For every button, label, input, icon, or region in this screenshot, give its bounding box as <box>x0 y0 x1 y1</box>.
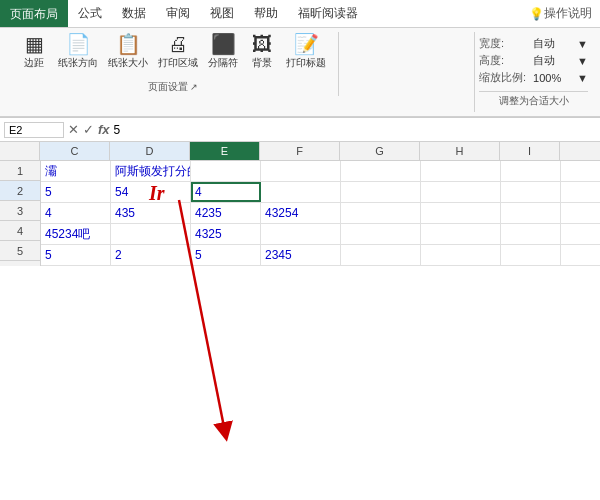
cell-h5[interactable] <box>421 245 501 265</box>
size-label: 纸张大小 <box>108 56 148 70</box>
tab-review[interactable]: 审阅 <box>156 0 200 27</box>
height-value: 自动 <box>533 53 573 68</box>
col-header-c[interactable]: C <box>40 142 110 160</box>
scale-dropdown-icon[interactable]: ▼ <box>577 72 588 84</box>
orientation-icon: 📄 <box>66 34 91 54</box>
cell-i3[interactable] <box>501 203 561 223</box>
tab-page-layout[interactable]: 页面布局 <box>0 0 68 27</box>
print-titles-icon: 📝 <box>294 34 319 54</box>
cell-i5[interactable] <box>501 245 561 265</box>
cell-h3[interactable] <box>421 203 501 223</box>
cell-g1[interactable] <box>341 161 421 181</box>
width-value: 自动 <box>533 36 573 51</box>
formula-icons: ✕ ✓ fx <box>68 122 110 137</box>
cell-e1[interactable] <box>191 161 261 181</box>
panel-adjust: 宽度: 自动 ▼ 高度: 自动 ▼ 缩放比例: 100% ▼ 调整为合适大小 <box>474 32 592 112</box>
group-page-setup-items: ▦ 边距 📄 纸张方向 📋 纸张大小 🖨 打印区域 ⬛ 分隔符 <box>16 32 330 76</box>
cell-e2[interactable]: 4 <box>191 182 261 202</box>
row-header-1[interactable]: 1 <box>0 161 40 181</box>
cell-c5[interactable]: 5 <box>41 245 111 265</box>
col-header-d[interactable]: D <box>110 142 190 160</box>
btn-margin[interactable]: ▦ 边距 <box>16 32 52 72</box>
cell-f5[interactable]: 2345 <box>261 245 341 265</box>
row-header-5[interactable]: 5 <box>0 241 40 261</box>
btn-breaks[interactable]: ⬛ 分隔符 <box>204 32 242 72</box>
table-row: 45234吧 4325 <box>41 224 600 245</box>
row-header-2[interactable]: 2 <box>0 181 40 201</box>
cell-c3[interactable]: 4 <box>41 203 111 223</box>
print-area-icon: 🖨 <box>168 34 188 54</box>
corner-cell <box>0 142 40 160</box>
help-ops: 💡 操作说明 <box>521 0 600 27</box>
cell-f1[interactable] <box>261 161 341 181</box>
tab-view[interactable]: 视图 <box>200 0 244 27</box>
size-icon: 📋 <box>116 34 141 54</box>
cell-i1[interactable] <box>501 161 561 181</box>
row-header-4[interactable]: 4 <box>0 221 40 241</box>
orientation-label: 纸张方向 <box>58 56 98 70</box>
cell-f4[interactable] <box>261 224 341 244</box>
cell-h1[interactable] <box>421 161 501 181</box>
margin-icon: ▦ <box>25 34 44 54</box>
col-header-h[interactable]: H <box>420 142 500 160</box>
cell-e3[interactable]: 4235 <box>191 203 261 223</box>
width-dropdown-icon[interactable]: ▼ <box>577 38 588 50</box>
btn-print-titles[interactable]: 📝 打印标题 <box>282 32 330 72</box>
cell-h2[interactable] <box>421 182 501 202</box>
col-header-i[interactable]: I <box>500 142 560 160</box>
ribbon-tab-bar: 页面布局 公式 数据 审阅 视图 帮助 福昕阅读器 💡 操作说明 <box>0 0 600 28</box>
breaks-label: 分隔符 <box>208 56 238 70</box>
col-header-g[interactable]: G <box>340 142 420 160</box>
cell-f3[interactable]: 43254 <box>261 203 341 223</box>
breaks-icon: ⬛ <box>211 34 236 54</box>
cell-d3[interactable]: 435 <box>111 203 191 223</box>
cell-f2[interactable] <box>261 182 341 202</box>
table-row: 5 54 4 <box>41 182 600 203</box>
col-header-row: C D E F G H I <box>0 142 600 161</box>
cell-c4[interactable]: 45234吧 <box>41 224 111 244</box>
cell-e4[interactable]: 4325 <box>191 224 261 244</box>
cell-d5[interactable]: 2 <box>111 245 191 265</box>
cell-g4[interactable] <box>341 224 421 244</box>
height-row: 高度: 自动 ▼ <box>479 53 588 68</box>
spreadsheet: C D E F G H I 1 2 3 4 5 灞 阿斯顿发打分的双 <box>0 142 600 266</box>
ribbon-content: ▦ 边距 📄 纸张方向 📋 纸张大小 🖨 打印区域 ⬛ 分隔符 <box>0 28 600 117</box>
cell-g3[interactable] <box>341 203 421 223</box>
lightbulb-icon: 💡 <box>529 7 544 21</box>
cancel-icon[interactable]: ✕ <box>68 122 79 137</box>
cell-g5[interactable] <box>341 245 421 265</box>
confirm-icon[interactable]: ✓ <box>83 122 94 137</box>
scale-value: 100% <box>533 72 573 84</box>
btn-print-area[interactable]: 🖨 打印区域 <box>154 32 202 72</box>
cell-c1[interactable]: 灞 <box>41 161 111 181</box>
cell-d4[interactable] <box>111 224 191 244</box>
cell-h4[interactable] <box>421 224 501 244</box>
btn-background[interactable]: 🖼 背景 <box>244 32 280 72</box>
cell-d1[interactable]: 阿斯顿发打分的双方各 <box>111 161 191 181</box>
cell-i4[interactable] <box>501 224 561 244</box>
cell-c2[interactable]: 5 <box>41 182 111 202</box>
name-box[interactable] <box>4 122 64 138</box>
cell-g2[interactable] <box>341 182 421 202</box>
cell-e5[interactable]: 5 <box>191 245 261 265</box>
height-dropdown-icon[interactable]: ▼ <box>577 55 588 67</box>
scale-label: 缩放比例: <box>479 70 529 85</box>
tab-data[interactable]: 数据 <box>112 0 156 27</box>
scale-row: 缩放比例: 100% ▼ <box>479 70 588 85</box>
btn-size[interactable]: 📋 纸张大小 <box>104 32 152 72</box>
insert-function-icon[interactable]: fx <box>98 122 110 137</box>
col-header-f[interactable]: F <box>260 142 340 160</box>
btn-orientation[interactable]: 📄 纸张方向 <box>54 32 102 72</box>
col-header-e[interactable]: E <box>190 142 260 160</box>
width-label: 宽度: <box>479 36 529 51</box>
formula-input[interactable] <box>114 123 596 137</box>
tab-help[interactable]: 帮助 <box>244 0 288 27</box>
row-headers: 1 2 3 4 5 <box>0 161 41 266</box>
tab-formula[interactable]: 公式 <box>68 0 112 27</box>
tab-foxit[interactable]: 福昕阅读器 <box>288 0 368 27</box>
cell-i2[interactable] <box>501 182 561 202</box>
width-row: 宽度: 自动 ▼ <box>479 36 588 51</box>
cell-d2[interactable]: 54 <box>111 182 191 202</box>
row-header-3[interactable]: 3 <box>0 201 40 221</box>
sheet-body: 1 2 3 4 5 灞 阿斯顿发打分的双方各 <box>0 161 600 266</box>
